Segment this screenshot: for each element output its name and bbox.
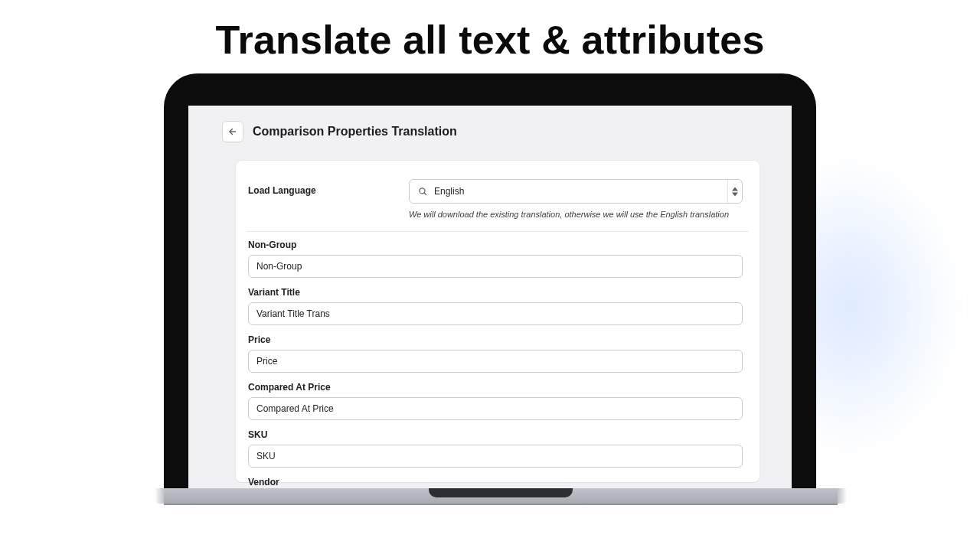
field-vendor: Vendor Vendor (248, 477, 743, 488)
back-button[interactable] (222, 121, 243, 142)
laptop-base (164, 488, 838, 505)
field-non-group: Non-Group Non-Group (248, 240, 743, 278)
sku-input[interactable]: SKU (248, 445, 743, 468)
non-group-input[interactable]: Non-Group (248, 255, 743, 278)
price-input[interactable]: Price (248, 350, 743, 373)
page-headline: Translate all text & attributes (0, 17, 980, 63)
app-screen: Comparison Properties Translation Load L… (188, 106, 792, 488)
field-variant-title: Variant Title Variant Title Trans (248, 287, 743, 325)
laptop-bezel: Comparison Properties Translation Load L… (164, 73, 816, 488)
variant-title-input[interactable]: Variant Title Trans (248, 302, 743, 325)
field-price: Price Price (248, 334, 743, 373)
svg-marker-3 (732, 187, 738, 191)
field-label: Vendor (248, 477, 743, 487)
compared-at-price-input[interactable]: Compared At Price (248, 397, 743, 420)
search-icon (417, 186, 428, 197)
laptop-frame: Comparison Properties Translation Load L… (164, 73, 816, 505)
field-label: Variant Title (248, 287, 743, 298)
svg-line-2 (424, 193, 426, 195)
load-language-row: Load Language English We will download t… (247, 176, 749, 232)
page-title: Comparison Properties Translation (253, 125, 457, 139)
language-select-value: English (434, 186, 727, 197)
field-sku: SKU SKU (248, 429, 743, 468)
arrow-left-icon (227, 126, 238, 137)
laptop-notch (429, 488, 573, 497)
field-label: Non-Group (248, 240, 743, 250)
field-label: Price (248, 334, 743, 345)
language-select[interactable]: English (409, 179, 743, 204)
field-compared-at-price: Compared At Price Compared At Price (248, 382, 743, 420)
select-handles-icon (727, 180, 742, 203)
app-topbar: Comparison Properties Translation (188, 106, 792, 155)
language-helper-text: We will download the existing translatio… (409, 210, 743, 219)
svg-marker-4 (732, 192, 738, 196)
load-language-label: Load Language (247, 179, 401, 196)
translation-card: Load Language English We will download t… (236, 161, 760, 482)
field-label: Compared At Price (248, 382, 743, 393)
field-label: SKU (248, 429, 743, 440)
fields-container: Non-Group Non-Group Variant Title Varian… (247, 232, 749, 488)
